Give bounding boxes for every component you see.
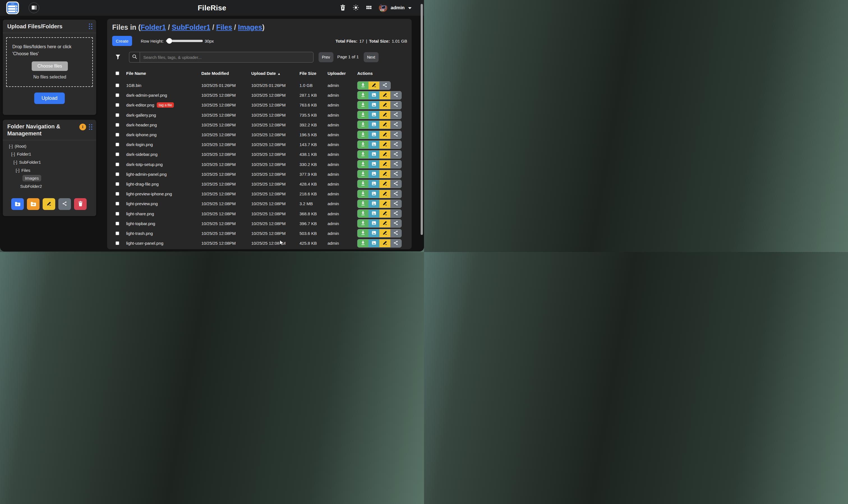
download-button[interactable] — [357, 141, 369, 148]
breadcrumb-link-images[interactable]: Images — [238, 23, 262, 31]
row-checkbox[interactable] — [116, 182, 119, 186]
edit-button[interactable] — [379, 210, 390, 217]
edit-button[interactable] — [379, 219, 390, 227]
header-file-name[interactable]: File Name — [126, 71, 201, 76]
share-button[interactable] — [390, 150, 401, 158]
upload-button[interactable]: Upload — [34, 92, 65, 104]
download-button[interactable] — [357, 180, 369, 188]
share-button[interactable] — [390, 91, 401, 99]
toggle-sidebar-button[interactable] — [29, 2, 39, 13]
filerise-logo-icon[interactable] — [6, 1, 19, 14]
row-checkbox[interactable] — [116, 143, 119, 146]
file-name[interactable]: light-share.png — [126, 211, 201, 216]
share-folder-button[interactable] — [58, 198, 71, 210]
download-button[interactable] — [357, 170, 369, 178]
file-name[interactable]: light-preview.png — [126, 201, 201, 206]
rename-folder-button[interactable] — [42, 198, 55, 210]
download-button[interactable] — [357, 239, 369, 247]
preview-button[interactable] — [369, 101, 379, 109]
edit-button[interactable] — [379, 170, 390, 178]
download-button[interactable] — [357, 200, 369, 208]
share-button[interactable] — [390, 131, 401, 139]
apps-grid-button[interactable] — [366, 4, 372, 11]
preview-button[interactable] — [369, 200, 379, 208]
share-button[interactable] — [390, 111, 401, 119]
preview-button[interactable] — [369, 180, 379, 188]
tree-item-subfolder2[interactable]: SubFolder2 — [3, 182, 96, 190]
tree-item-images[interactable]: Images — [3, 174, 96, 182]
preview-button[interactable] — [369, 141, 379, 148]
download-button[interactable] — [357, 131, 369, 139]
preview-button[interactable] — [369, 111, 379, 119]
filter-button[interactable] — [116, 54, 120, 61]
share-button[interactable] — [390, 170, 401, 178]
preview-button[interactable] — [369, 229, 379, 237]
file-name[interactable]: dark-totp-setup.png — [126, 162, 201, 167]
download-button[interactable] — [357, 219, 369, 227]
row-checkbox[interactable] — [116, 192, 119, 196]
preview-button[interactable] — [369, 160, 379, 168]
header-file-size[interactable]: File Size — [300, 71, 328, 76]
tree-item-root[interactable]: [-](Root) — [3, 142, 96, 150]
file-name[interactable]: 1GB.bin — [126, 83, 201, 88]
next-page-button[interactable]: Next — [364, 52, 378, 62]
header-upload-date[interactable]: Upload Date▲ — [251, 71, 300, 76]
preview-button[interactable] — [369, 210, 379, 217]
share-button[interactable] — [390, 219, 401, 227]
file-name[interactable]: light-user-panel.png — [126, 241, 201, 246]
upload-dropzone[interactable]: Drop files/folders here or click 'Choose… — [6, 37, 93, 87]
share-button[interactable] — [390, 180, 401, 188]
download-button[interactable] — [357, 82, 369, 89]
edit-button[interactable] — [379, 160, 390, 168]
edit-button[interactable] — [369, 82, 379, 89]
row-checkbox[interactable] — [116, 113, 119, 117]
file-name[interactable]: dark-gallery.png — [126, 113, 201, 118]
drag-handle-icon[interactable] — [89, 23, 92, 29]
edit-button[interactable] — [379, 141, 390, 148]
row-checkbox[interactable] — [116, 123, 119, 127]
prev-page-button[interactable]: Prev — [319, 52, 333, 62]
row-checkbox[interactable] — [116, 222, 119, 226]
row-checkbox[interactable] — [116, 241, 119, 245]
row-checkbox[interactable] — [116, 152, 119, 156]
edit-button[interactable] — [379, 200, 390, 208]
share-button[interactable] — [390, 101, 401, 109]
tree-expander[interactable]: [-] — [16, 168, 19, 173]
row-checkbox[interactable] — [116, 133, 119, 137]
download-button[interactable] — [357, 190, 369, 198]
row-height-slider[interactable] — [166, 38, 203, 44]
breadcrumb-link-subfolder1[interactable]: SubFolder1 — [172, 23, 211, 31]
tree-expander[interactable]: [-] — [14, 160, 17, 164]
preview-button[interactable] — [369, 190, 379, 198]
header-date-modified[interactable]: Date Modified — [201, 71, 251, 76]
edit-button[interactable] — [379, 229, 390, 237]
share-button[interactable] — [390, 141, 401, 148]
file-name[interactable]: dark-header.png — [126, 123, 201, 127]
file-name[interactable]: dark-iphone.png — [126, 132, 201, 137]
create-button[interactable]: Create — [112, 36, 132, 46]
trash-restore-button[interactable] — [340, 4, 346, 12]
edit-button[interactable] — [379, 111, 390, 119]
tree-item-subfolder1[interactable]: [-]SubFolder1 — [3, 158, 96, 166]
file-name[interactable]: dark-sidebar.png — [126, 152, 201, 157]
tree-expander[interactable]: [-] — [11, 152, 15, 157]
file-name[interactable]: dark-editor.pngtag a file — [126, 102, 201, 108]
download-button[interactable] — [357, 210, 369, 217]
row-checkbox[interactable] — [116, 93, 119, 97]
preview-button[interactable] — [369, 121, 379, 129]
edit-button[interactable] — [379, 180, 390, 188]
share-button[interactable] — [390, 239, 401, 247]
file-name[interactable]: light-trash.png — [126, 231, 201, 236]
download-button[interactable] — [357, 121, 369, 129]
file-name[interactable]: light-drag-file.png — [126, 182, 201, 186]
download-button[interactable] — [357, 111, 369, 119]
tree-item-folder1[interactable]: [-]Folder1 — [3, 150, 96, 158]
preview-button[interactable] — [369, 239, 379, 247]
share-button[interactable] — [379, 82, 390, 89]
tree-expander[interactable]: [-] — [9, 144, 13, 148]
download-button[interactable] — [357, 160, 369, 168]
breadcrumb-link-folder1[interactable]: Folder1 — [141, 23, 166, 31]
row-checkbox[interactable] — [116, 232, 119, 235]
preview-button[interactable] — [369, 170, 379, 178]
row-checkbox[interactable] — [116, 84, 119, 87]
